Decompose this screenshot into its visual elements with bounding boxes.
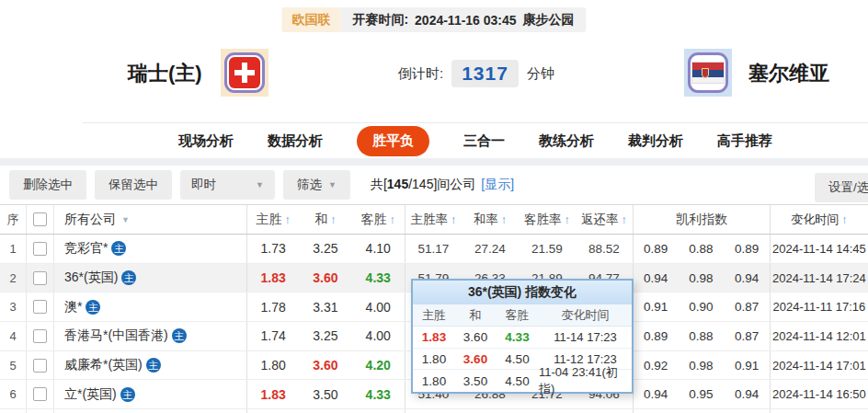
header-away-rate[interactable]: 客胜率↑ xyxy=(519,205,576,234)
popup-draw-odds: 3.60 xyxy=(455,327,496,348)
header-return-rate[interactable]: 返还率↑ xyxy=(576,205,633,234)
header-company[interactable]: 所有公司 ▼ xyxy=(53,205,246,234)
tab-referee-analysis[interactable]: 裁判分析 xyxy=(628,132,683,150)
company-name[interactable]: 立*(英国)主 xyxy=(53,380,246,408)
checkbox-cell xyxy=(26,351,53,380)
row-checkbox[interactable] xyxy=(33,387,47,401)
popup-title: 36*(英国) 指数变化 xyxy=(413,281,632,304)
tab-coach-analysis[interactable]: 教练分析 xyxy=(539,132,594,150)
away-team-flag-icon xyxy=(684,49,732,97)
company-label: 香港马*(中国香港) xyxy=(64,327,168,344)
row-index: 5 xyxy=(0,351,26,380)
section-divider xyxy=(0,158,868,166)
away-rate-value xyxy=(519,409,576,413)
kelly-value: 0.88 xyxy=(679,235,725,263)
company-label: 威廉希*(英国) xyxy=(64,357,143,373)
home-odds[interactable]: 1.83 xyxy=(246,380,299,408)
company-label: 澳* xyxy=(64,299,82,315)
popup-draw-odds: 3.50 xyxy=(455,370,496,392)
popup-away-odds: 4.50 xyxy=(496,370,539,392)
home-odds[interactable]: 1.80 xyxy=(246,351,299,380)
away-odds[interactable]: 4.00 xyxy=(352,293,405,321)
tab-expert-picks[interactable]: 高手推荐 xyxy=(717,132,772,150)
draw-rate-value: 27.24 xyxy=(462,235,519,263)
popup-header-away: 客胜 xyxy=(496,304,539,326)
kelly-value xyxy=(724,409,770,413)
row-checkbox[interactable] xyxy=(33,329,47,343)
row-checkbox[interactable] xyxy=(33,300,47,314)
kelly-value: 0.89 xyxy=(724,235,770,263)
select-all-checkbox[interactable] xyxy=(33,212,47,226)
kelly-value: 0.91 xyxy=(633,293,679,321)
away-odds[interactable]: 4.33 xyxy=(352,380,405,408)
row-index xyxy=(0,409,26,413)
analysis-tabs: 现场分析数据分析胜平负三合一教练分析裁判分析高手推荐 xyxy=(83,122,868,158)
kickoff-time: 2024-11-16 03:45 xyxy=(415,13,517,28)
tab-win-draw-lose[interactable]: 胜平负 xyxy=(357,126,429,156)
tab-data-analysis[interactable]: 数据分析 xyxy=(268,132,323,150)
popup-change-time: 11-04 23:41(初指) xyxy=(539,370,632,392)
header-home-odds[interactable]: 主胜↑ xyxy=(246,205,299,234)
kickoff-label: 开赛时间: xyxy=(352,12,408,29)
sort-asc-icon: ↑ xyxy=(451,212,457,226)
filter-dropdown[interactable]: 筛选 ▼ xyxy=(283,170,350,200)
sort-asc-icon: ↑ xyxy=(389,212,395,226)
header-draw-rate[interactable]: 和率↑ xyxy=(462,205,519,234)
row-checkbox[interactable] xyxy=(33,359,47,373)
tab-three-in-one[interactable]: 三合一 xyxy=(463,132,505,150)
home-odds[interactable]: 1.83 xyxy=(246,264,299,293)
show-link[interactable]: [显示] xyxy=(481,177,514,191)
home-odds[interactable]: 1.73 xyxy=(246,235,299,263)
table-header-row: 序 所有公司 ▼ 主胜↑ 和↑ 客胜↑ 主胜率↑ 和率↑ 客胜率↑ 返还率↑ 凯… xyxy=(0,204,868,235)
kelly-value: 0.94 xyxy=(633,264,679,293)
serbia-crest-icon xyxy=(702,68,709,78)
settings-select-button[interactable]: 设置/选择 xyxy=(815,173,868,202)
kelly-value: 0.89 xyxy=(633,322,679,350)
draw-odds[interactable]: 3.31 xyxy=(299,293,351,321)
popup-draw-odds: 3.60 xyxy=(455,349,496,370)
popup-row: 1.803.504.5011-04 23:41(初指) xyxy=(413,370,632,392)
kelly-value: 0.98 xyxy=(679,264,725,293)
company-name[interactable]: 威廉希*(英国)主 xyxy=(53,351,246,380)
company-name[interactable]: 香港马*(中国香港)主 xyxy=(53,322,246,350)
home-odds[interactable]: 1.74 xyxy=(246,322,299,350)
change-time-value: 2024-11-14 12:01 xyxy=(770,322,868,350)
tab-live-analysis[interactable]: 现场分析 xyxy=(178,132,234,150)
company-name[interactable]: 澳*主 xyxy=(53,293,246,321)
chevron-down-icon: ▼ xyxy=(328,180,337,189)
kelly-value: 0.98 xyxy=(679,351,725,380)
away-odds[interactable]: 4.33 xyxy=(352,264,405,293)
sort-asc-icon: ↑ xyxy=(284,212,291,226)
home-badge-icon: 主 xyxy=(121,270,136,285)
company-name[interactable]: 36*(英国)主 xyxy=(53,264,246,293)
header-change-time[interactable]: 变化时间↑ xyxy=(770,205,868,234)
draw-odds[interactable]: 3.25 xyxy=(299,235,351,263)
checkbox-cell xyxy=(26,235,53,263)
draw-odds[interactable]: 3.60 xyxy=(299,264,351,293)
serbia-flag-icon xyxy=(691,62,725,84)
keep-selected-button[interactable]: 保留选中 xyxy=(95,170,172,200)
return-rate-value xyxy=(576,409,633,413)
delete-selected-button[interactable]: 删除选中 xyxy=(9,170,86,200)
header-company-label: 所有公司 xyxy=(64,212,116,228)
live-odds-dropdown[interactable]: 即时 ▼ xyxy=(180,170,275,200)
draw-odds[interactable]: 3.60 xyxy=(299,351,351,380)
row-checkbox[interactable] xyxy=(33,242,47,256)
away-flag-frame xyxy=(688,52,728,93)
company-count: 共[145/145]间公司[显示] xyxy=(371,177,514,193)
header-home-rate[interactable]: 主胜率↑ xyxy=(405,205,462,234)
away-odds[interactable]: 4.20 xyxy=(352,351,405,380)
company-name[interactable]: 竞彩官*主 xyxy=(53,235,246,263)
sort-asc-icon: ↑ xyxy=(841,212,848,226)
header-draw-odds[interactable]: 和↑ xyxy=(299,205,351,234)
home-odds[interactable]: 1.78 xyxy=(246,293,299,321)
row-checkbox[interactable] xyxy=(33,271,47,285)
draw-odds[interactable]: 3.50 xyxy=(299,380,351,408)
draw-odds[interactable]: 3.25 xyxy=(299,322,351,350)
away-odds[interactable]: 4.00 xyxy=(352,322,405,350)
header-away-odds[interactable]: 客胜↑ xyxy=(352,205,405,234)
away-odds[interactable]: 4.10 xyxy=(352,235,405,263)
home-flag-frame xyxy=(224,52,265,93)
return-rate-value: 88.52 xyxy=(576,235,633,263)
away-team-name: 塞尔维亚 xyxy=(748,60,829,87)
